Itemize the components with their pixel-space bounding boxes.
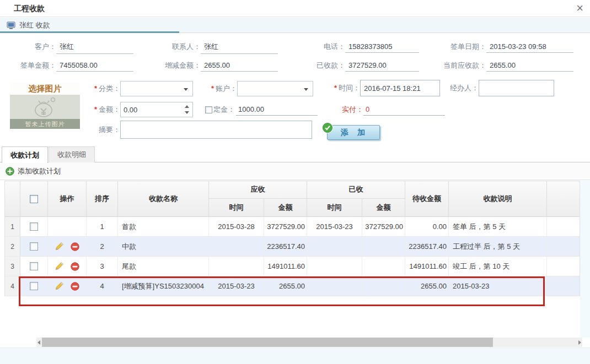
row-recv-time — [209, 257, 264, 276]
amount-input[interactable] — [121, 102, 180, 117]
choose-image-label[interactable]: 选择图片 — [10, 83, 80, 95]
edit-pencil-icon[interactable] — [55, 242, 64, 251]
row-number: 2 — [5, 237, 20, 256]
table-row: 1 1 首款 2015-03-28 3727529.00 2015-03-23 … — [5, 217, 580, 237]
row-checkbox-cell — [20, 217, 48, 236]
required-marker: * — [211, 84, 214, 93]
close-icon[interactable]: × — [576, 1, 583, 15]
spinner-down-icon[interactable] — [185, 111, 189, 114]
actual-paid-label: 实付： — [342, 105, 363, 115]
plus-circle-icon[interactable] — [6, 167, 14, 176]
row-operations — [48, 217, 87, 236]
delete-minus-icon[interactable] — [71, 242, 79, 251]
field-phone: 电话：15828373805 — [292, 39, 433, 55]
row-recv-amount: 2655.00 — [264, 276, 307, 296]
header-operations: 操作 — [48, 181, 87, 216]
row-pending: 2236517.40 — [405, 237, 449, 256]
category-select[interactable] — [120, 81, 193, 96]
delete-minus-icon[interactable] — [71, 282, 79, 291]
dialog-titlebar: 工程收款 × — [0, 0, 590, 17]
row-sort: 4 — [87, 276, 118, 296]
header-paid-amount: 金额 — [362, 199, 405, 216]
required-marker: * — [334, 84, 337, 92]
plan-toolbar: 添加收款计划 — [0, 162, 590, 180]
row-recv-time: 2015-03-28 — [209, 217, 264, 236]
edit-pencil-icon[interactable] — [55, 281, 64, 291]
chevron-down-icon — [184, 88, 188, 91]
required-marker: * — [94, 84, 97, 93]
edit-pencil-icon[interactable] — [55, 262, 64, 271]
table-row-highlighted: 4 4 [增减预算]YS1503230004 2015-03-23 2655.0… — [5, 276, 580, 296]
row-paid-amount — [362, 237, 405, 256]
horizontal-scrollbar[interactable] — [36, 338, 582, 347]
header-recv-time: 时间 — [209, 199, 264, 216]
row-paid-amount — [362, 276, 405, 296]
active-tab-underline — [0, 31, 179, 33]
deposit-label: 定金： — [213, 105, 235, 115]
header-select-all — [20, 181, 48, 216]
row-filler — [547, 276, 581, 296]
operator-field: 经办人： — [440, 80, 554, 96]
deposit-field: 定金： 1000.00 — [205, 104, 318, 116]
row-filler — [547, 237, 581, 256]
table-header: 操作 排序 收款名称 应收 时间 金额 已收 时间 金额 待收金额 收款说明 — [5, 181, 580, 217]
field-value: 2655.00 — [201, 59, 278, 72]
scrollbar-thumb[interactable] — [42, 338, 493, 347]
row-note: 2015-03-23 — [449, 276, 547, 296]
account-select[interactable] — [237, 81, 313, 96]
row-note: 竣工 后，第 10 天 — [449, 257, 547, 276]
header-receivable-group: 应收 时间 金额 — [209, 181, 307, 216]
row-checkbox[interactable] — [30, 282, 38, 290]
plan-tab-strip: 收款计划 收款明细 — [0, 145, 590, 162]
account-field: *账户： — [197, 81, 313, 96]
actual-paid-field: 实付： 0 — [342, 104, 445, 116]
row-recv-time — [209, 237, 264, 256]
header-sort: 排序 — [87, 181, 118, 216]
row-note: 签单 后，第 5 天 — [449, 217, 547, 236]
scroll-right-icon[interactable] — [578, 340, 581, 345]
row-pending: 2655.00 — [405, 276, 449, 296]
info-row-2: 签单金额：7455058.00 增减金额：2655.00 已收款：3727529… — [3, 57, 588, 74]
header-name: 收款名称 — [118, 181, 209, 216]
field-label: 当前应收款： — [433, 61, 486, 70]
row-filler — [547, 217, 581, 236]
tab-payment-plan[interactable]: 收款计划 — [2, 146, 48, 163]
tab-customer-payment[interactable]: 张红 收款 — [0, 18, 179, 33]
summary-input[interactable] — [120, 121, 312, 139]
header-tab-label: 张红 收款 — [19, 20, 50, 30]
add-button[interactable]: 添 加 — [327, 125, 380, 140]
field-value: 张红 — [201, 40, 278, 54]
header-received: 已收 — [307, 181, 405, 199]
deposit-checkbox[interactable] — [205, 106, 212, 113]
field-value: 2655.00 — [486, 59, 573, 72]
field-due-now: 当前应收款：2655.00 — [433, 57, 588, 74]
row-checkbox[interactable] — [30, 222, 38, 231]
field-label: 联系人： — [148, 42, 201, 52]
field-label: 已收款： — [292, 61, 345, 70]
row-paid-time — [307, 237, 362, 256]
spinner-up-icon[interactable] — [185, 105, 189, 108]
scroll-left-icon[interactable] — [37, 340, 40, 345]
row-checkbox[interactable] — [30, 242, 38, 251]
field-sign-date: 签单日期：2015-03-23 09:58 — [433, 39, 588, 55]
field-value: 张红 — [56, 40, 133, 54]
time-input[interactable] — [360, 80, 440, 96]
row-pending: 1491011.60 — [405, 257, 449, 276]
header-receivable: 应收 — [209, 181, 307, 199]
select-all-checkbox[interactable] — [30, 195, 38, 203]
delete-minus-icon[interactable] — [71, 262, 79, 271]
check-circle-icon — [321, 122, 334, 134]
add-plan-link[interactable]: 添加收款计划 — [18, 166, 61, 176]
dialog-title: 工程收款 — [14, 4, 45, 14]
row-checkbox[interactable] — [30, 262, 38, 270]
header-received-group: 已收 时间 金额 — [307, 181, 405, 216]
amount-stepper[interactable] — [120, 102, 193, 117]
image-picker[interactable]: 选择图片 暂未上传图片 — [10, 83, 80, 129]
summary-field: 摘要： — [81, 121, 312, 139]
header-rownum — [5, 181, 20, 216]
operator-input[interactable] — [479, 80, 554, 96]
field-label: 增减金额： — [148, 61, 201, 70]
field-received: 已收款：3727529.00 — [292, 57, 433, 74]
summary-label: 摘要： — [81, 125, 120, 135]
tab-payment-detail[interactable]: 收款明细 — [49, 146, 95, 162]
